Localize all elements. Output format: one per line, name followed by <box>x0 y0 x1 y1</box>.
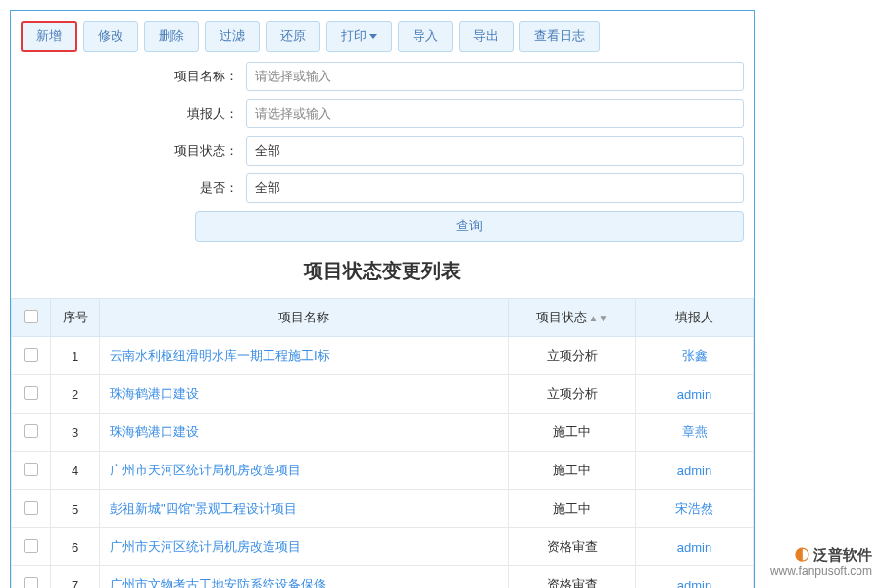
add-button[interactable]: 新增 <box>21 21 77 52</box>
cell-seq: 6 <box>51 528 100 566</box>
sort-icon: ▲▼ <box>589 316 609 321</box>
toolbar: 新增 修改 删除 过滤 还原 打印 导入 导出 查看日志 <box>11 21 754 62</box>
restore-button[interactable]: 还原 <box>266 21 320 52</box>
project-name-label: 项目名称： <box>21 68 246 85</box>
cell-name[interactable]: 广州市天河区统计局机房改造项目 <box>100 452 509 490</box>
col-reporter[interactable]: 填报人 <box>636 299 754 337</box>
cell-name[interactable]: 彭祖新城"四馆"景观工程设计项目 <box>100 490 509 528</box>
import-button[interactable]: 导入 <box>398 21 453 52</box>
cell-reporter[interactable]: 章燕 <box>636 414 754 452</box>
yesno-select[interactable]: 全部 <box>246 173 744 203</box>
table-row: 2珠海鹤港口建设立项分析admin <box>12 375 754 414</box>
filter-button[interactable]: 过滤 <box>205 21 260 52</box>
cell-seq: 3 <box>51 414 100 452</box>
cell-status: 资格审查 <box>509 566 636 589</box>
col-name[interactable]: 项目名称 <box>100 299 509 337</box>
row-checkbox[interactable] <box>24 501 38 514</box>
cell-name[interactable]: 云南水利枢纽滑明水库一期工程施工I标 <box>100 337 509 375</box>
row-checkbox[interactable] <box>24 386 38 400</box>
filter-form: 项目名称： 请选择或输入 填报人： 请选择或输入 项目状态： 全部 是否： 全部 <box>11 62 754 203</box>
select-all-checkbox[interactable] <box>24 310 38 323</box>
cell-status: 立项分析 <box>509 337 636 375</box>
delete-button[interactable]: 删除 <box>144 21 199 52</box>
row-checkbox[interactable] <box>24 424 38 438</box>
row-checkbox[interactable] <box>24 539 38 553</box>
main-panel: 新增 修改 删除 过滤 还原 打印 导入 导出 查看日志 项目名称： 请选择或输… <box>10 10 755 588</box>
reporter-input[interactable]: 请选择或输入 <box>246 99 744 128</box>
table-row: 6广州市天河区统计局机房改造项目资格审查admin <box>12 528 754 566</box>
cell-status: 施工中 <box>509 414 636 452</box>
export-button[interactable]: 导出 <box>459 21 514 52</box>
table-row: 4广州市天河区统计局机房改造项目施工中admin <box>12 452 754 490</box>
cell-status: 立项分析 <box>509 375 636 414</box>
cell-seq: 4 <box>51 452 100 490</box>
row-checkbox[interactable] <box>24 463 38 476</box>
col-seq[interactable]: 序号 <box>51 299 100 337</box>
edit-button[interactable]: 修改 <box>83 21 138 52</box>
cell-status: 资格审查 <box>509 528 636 566</box>
cell-reporter[interactable]: 张鑫 <box>636 337 754 375</box>
col-status[interactable]: 项目状态▲▼ <box>509 299 636 337</box>
print-button[interactable]: 打印 <box>326 21 392 52</box>
cell-reporter[interactable]: admin <box>636 375 754 414</box>
status-select[interactable]: 全部 <box>246 136 744 166</box>
cell-seq: 7 <box>51 566 100 589</box>
list-title: 项目状态变更列表 <box>11 242 754 298</box>
cell-reporter[interactable]: admin <box>636 528 754 566</box>
cell-seq: 1 <box>51 337 100 375</box>
cell-status: 施工中 <box>509 452 636 490</box>
project-name-input[interactable]: 请选择或输入 <box>246 62 744 91</box>
cell-reporter[interactable]: admin <box>636 566 754 589</box>
reporter-label: 填报人： <box>21 105 246 122</box>
cell-name[interactable]: 广州市天河区统计局机房改造项目 <box>100 528 509 566</box>
caret-down-icon <box>369 34 377 39</box>
data-table: 序号 项目名称 项目状态▲▼ 填报人 1云南水利枢纽滑明水库一期工程施工I标立项… <box>11 298 754 588</box>
cell-seq: 5 <box>51 490 100 528</box>
status-label: 项目状态： <box>21 142 246 160</box>
watermark: ◐ 泛普软件 www.fanpusoft.com <box>770 546 872 578</box>
viewlog-button[interactable]: 查看日志 <box>519 21 600 52</box>
table-row: 7广州市文物考古工地安防系统设备保修资格审查admin <box>12 566 754 589</box>
table-row: 5彭祖新城"四馆"景观工程设计项目施工中宋浩然 <box>12 490 754 528</box>
cell-name[interactable]: 珠海鹤港口建设 <box>100 375 509 414</box>
row-checkbox[interactable] <box>24 348 38 362</box>
cell-reporter[interactable]: admin <box>636 452 754 490</box>
table-row: 1云南水利枢纽滑明水库一期工程施工I标立项分析张鑫 <box>12 337 754 375</box>
cell-status: 施工中 <box>509 490 636 528</box>
table-row: 3珠海鹤港口建设施工中章燕 <box>12 414 754 452</box>
yesno-label: 是否： <box>21 179 246 197</box>
row-checkbox[interactable] <box>24 577 38 589</box>
cell-name[interactable]: 广州市文物考古工地安防系统设备保修 <box>100 566 509 589</box>
cell-name[interactable]: 珠海鹤港口建设 <box>100 414 509 452</box>
query-button[interactable]: 查询 <box>195 211 744 242</box>
cell-seq: 2 <box>51 375 100 414</box>
cell-reporter[interactable]: 宋浩然 <box>636 490 754 528</box>
